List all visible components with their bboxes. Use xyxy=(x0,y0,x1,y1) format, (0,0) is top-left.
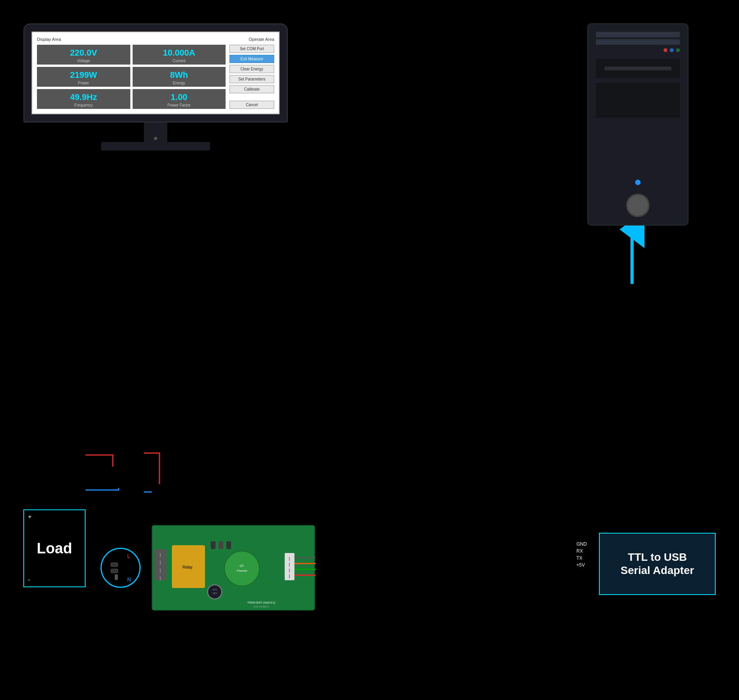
energy-value: 8Wh xyxy=(135,70,224,80)
svg-rect-19 xyxy=(219,541,223,549)
metric-voltage: 220.0V Voltage xyxy=(37,45,130,65)
svg-text:QC: QC xyxy=(240,564,244,567)
pc-dots xyxy=(596,48,680,52)
svg-rect-7 xyxy=(115,574,118,580)
svg-point-15 xyxy=(224,551,259,586)
pcb-svg: Relay QC Passed 470 16V xyxy=(152,526,316,611)
pc-stripe-1 xyxy=(596,32,680,37)
pc-power-button[interactable] xyxy=(626,194,650,217)
display-panel: 220.0V Voltage 10.000A Current 2199W Pow… xyxy=(37,45,226,109)
monitor-neck xyxy=(144,122,167,142)
monitor-base xyxy=(101,142,210,150)
pin-tx: TX xyxy=(576,555,587,561)
energy-label: Energy xyxy=(135,81,224,85)
current-label: Current xyxy=(135,59,224,63)
svg-rect-6 xyxy=(111,569,118,573)
load-label: Load xyxy=(37,540,72,557)
metric-current: 10.000A Current xyxy=(133,45,226,65)
screen-header: Display Area Operate Area xyxy=(37,37,274,42)
monitor-screen: Display Area Operate Area 220.0V Voltage… xyxy=(32,32,280,114)
svg-text:Passed: Passed xyxy=(237,569,247,572)
pcb-board: Relay QC Passed 470 16V xyxy=(152,525,315,611)
ttl-title: TTL to USBSerial Adapter xyxy=(621,551,694,577)
metric-power-factor: 1.00 Power Factor xyxy=(133,89,226,109)
svg-text:470: 470 xyxy=(212,588,217,591)
set-parameters-button[interactable]: Set Parameters xyxy=(229,75,274,83)
power-value: 2199W xyxy=(39,70,128,80)
svg-text:N: N xyxy=(127,576,131,583)
clear-energy-button[interactable]: Clear Energy xyxy=(229,65,274,73)
power-factor-value: 1.00 xyxy=(135,92,224,102)
operate-panel: Set COM Port Exit Measure Clear Energy S… xyxy=(229,45,274,109)
svg-text:Relay: Relay xyxy=(182,565,193,569)
pc-dot-red xyxy=(664,48,667,52)
pc-dot-green xyxy=(676,48,680,52)
operate-area-label: Operate Area xyxy=(249,37,274,42)
pc-top-bar xyxy=(596,32,680,52)
cancel-button[interactable]: Cancel xyxy=(229,101,274,109)
svg-text:PZEM-004T-10A(V3.0): PZEM-004T-10A(V3.0) xyxy=(247,601,275,604)
pin-rx: RX xyxy=(576,548,587,554)
exit-measure-button[interactable]: Exit Measure xyxy=(229,55,274,63)
socket-symbol: L N xyxy=(99,546,142,589)
pc-drive-slot-1 xyxy=(604,66,672,70)
voltage-value: 220.0V xyxy=(39,48,128,58)
pc-drive-bay-1 xyxy=(596,59,680,78)
pc-power-led xyxy=(635,180,641,185)
monitor-wrapper: Display Area Operate Area 220.0V Voltage… xyxy=(23,23,288,150)
ttl-adapter-box: GND RX TX +5V TTL to USBSerial Adapter xyxy=(599,533,716,595)
display-area-grid: 220.0V Voltage 10.000A Current 2199W Pow… xyxy=(37,45,226,109)
usb-arrow-icon xyxy=(618,226,646,288)
metric-energy: 8Wh Energy xyxy=(133,67,226,87)
svg-text:L: L xyxy=(127,553,130,559)
pc-tower xyxy=(587,23,688,226)
svg-text:0951   R15B071: 0951 R15B071 xyxy=(254,606,270,608)
power-label: Power xyxy=(39,81,128,85)
svg-rect-5 xyxy=(111,563,118,567)
pc-dot-blue xyxy=(670,48,674,52)
circuit-area: + Load - L N Relay QC xyxy=(0,424,739,665)
svg-rect-20 xyxy=(226,541,231,549)
pc-stripe-2 xyxy=(596,39,680,45)
set-com-port-button[interactable]: Set COM Port xyxy=(229,45,274,53)
load-box: + Load - xyxy=(23,509,86,587)
ttl-pins: GND RX TX +5V xyxy=(576,541,587,568)
current-value: 10.000A xyxy=(135,48,224,58)
metric-frequency: 49.9Hz Frequency xyxy=(37,89,130,109)
screen-layout: 220.0V Voltage 10.000A Current 2199W Pow… xyxy=(37,45,274,109)
display-area-label: Display Area xyxy=(37,37,61,42)
voltage-label: Voltage xyxy=(39,59,128,63)
power-factor-label: Power Factor xyxy=(135,103,224,107)
frequency-label: Frequency xyxy=(39,103,128,107)
calibrate-button[interactable]: Calibrate xyxy=(229,85,274,93)
pc-drive-bay-2 xyxy=(596,83,680,118)
svg-rect-18 xyxy=(211,541,215,549)
frequency-value: 49.9Hz xyxy=(39,92,128,102)
load-plus-sign: + xyxy=(28,513,32,520)
load-minus-sign: - xyxy=(28,576,30,583)
svg-point-2 xyxy=(101,548,140,587)
monitor-screen-border: Display Area Operate Area 220.0V Voltage… xyxy=(23,23,288,122)
metric-power: 2199W Power xyxy=(37,67,130,87)
svg-text:16V: 16V xyxy=(212,592,217,595)
pin-5v: +5V xyxy=(576,562,587,568)
pin-gnd: GND xyxy=(576,541,587,547)
